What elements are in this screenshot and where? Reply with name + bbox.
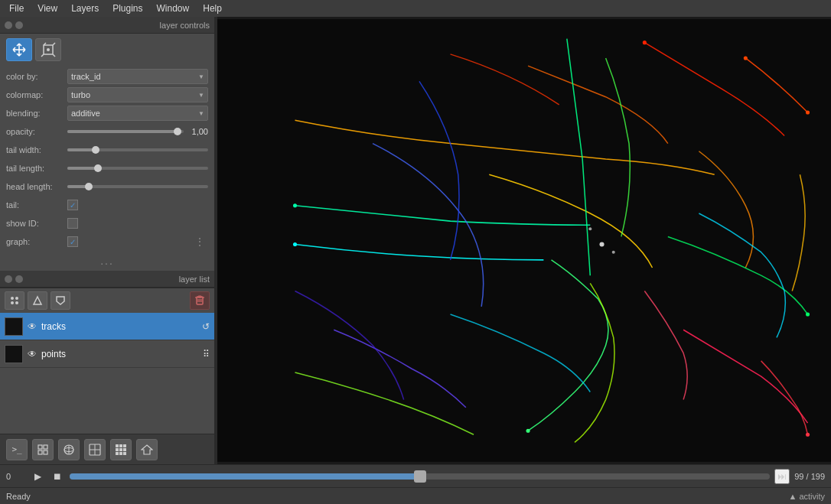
tail-label: tail: [6,200,67,210]
head-length-slider[interactable] [67,185,208,188]
new-points-btn[interactable] [5,291,24,310]
points-visibility-icon[interactable]: 👁 [28,349,37,359]
svg-marker-5 [34,297,41,304]
svg-point-3 [11,301,14,304]
layer-list-title: layer list [179,275,210,284]
transform-tool-btn[interactable] [35,38,61,61]
home-btn[interactable] [136,439,158,460]
console-btn[interactable]: >_ [6,439,28,460]
more-options-btn[interactable]: ⋮ [191,234,208,249]
tail-width-label: tail width: [6,145,67,154]
tail-checkbox-container [67,200,78,210]
points-thumbnail [5,345,23,363]
svg-rect-16 [44,450,47,454]
menu-file[interactable]: File [3,2,30,15]
svg-rect-28 [123,448,126,451]
tail-width-slider[interactable] [67,148,208,151]
timeline-progress [70,473,420,480]
blending-dropdown[interactable]: additive ▼ [67,106,208,121]
blending-row: blending: additive ▼ [6,106,208,121]
tail-length-slider-container [67,167,208,170]
canvas-area[interactable] [217,17,831,464]
delete-layer-btn[interactable] [190,291,210,310]
svg-point-0 [47,48,50,51]
colormap-value: turbo ▼ [67,87,208,102]
svg-rect-14 [44,445,47,449]
stop-button[interactable]: ⏹ [50,469,65,484]
graph-checkbox-container [67,236,78,247]
blending-label: blending: [6,109,67,118]
tracks-layer-name: tracks [41,321,197,332]
layer-controls-title: layer controls [160,21,210,30]
activity-button[interactable]: ▲ activity [788,492,825,501]
svg-point-42 [806,433,810,437]
svg-point-39 [806,110,810,114]
split-view-btn[interactable] [84,439,106,460]
tail-length-slider[interactable] [67,167,208,170]
pin2-icon [5,275,12,283]
tail-width-slider-container [67,148,208,151]
svg-rect-29 [116,452,119,455]
menu-window[interactable]: Window [151,2,196,15]
new-shapes-btn[interactable] [28,291,47,310]
menu-view[interactable]: View [31,2,64,15]
color-by-row: color by: track_id ▼ [6,69,208,84]
opacity-slider[interactable] [67,130,184,133]
svg-point-43 [806,312,810,316]
blending-value: additive ▼ [67,106,208,121]
colormap-dropdown[interactable]: turbo ▼ [67,87,208,102]
tail-checkbox[interactable] [67,200,78,210]
svg-rect-26 [116,448,119,451]
colormap-label: colormap: [6,90,67,99]
layer-list-header-left [5,275,23,283]
head-length-row: head length: [6,179,208,194]
grid-view-btn[interactable] [110,439,132,460]
controls-grid: color by: track_id ▼ colormap: turbo ▼ [0,66,214,255]
new-labels-btn[interactable] [51,291,70,310]
menu-layers[interactable]: Layers [65,2,105,15]
graph-checkbox[interactable] [67,236,78,247]
points-layer-name: points [41,349,198,359]
play-button[interactable]: ▶ [30,469,45,484]
color-by-dropdown[interactable]: track_id ▼ [67,69,208,84]
grid2-btn[interactable] [32,439,54,460]
opacity-row: opacity: 1,00 [6,124,208,139]
svg-point-40 [293,203,297,207]
svg-point-35 [588,227,591,230]
timeline-thumb[interactable] [414,470,426,483]
move-tool-btn[interactable] [6,38,32,61]
3d-view-btn[interactable] [58,439,80,460]
frame-counter: 99 / 199 [794,472,825,481]
timeline-track[interactable] [70,473,770,480]
layer-list-header: layer list [0,271,214,288]
svg-point-1 [11,297,14,300]
layer-item-tracks[interactable]: 👁 tracks ↺ [0,313,214,340]
pin-icon [5,21,12,29]
opacity-value: 1,00 [187,127,208,136]
svg-rect-23 [116,444,119,447]
playback-bar: 0 ▶ ⏹ ⏭ 99 / 199 [0,464,831,487]
show-id-checkbox[interactable] [67,218,78,229]
tail-length-row: tail length: [6,161,208,176]
menu-plugins[interactable]: Plugins [106,2,148,15]
chevron-down-icon: ▼ [198,110,204,117]
chevron-down-icon: ▼ [198,73,204,80]
menu-help[interactable]: Help [197,2,228,15]
layer-item-points[interactable]: 👁 points ⠿ [0,340,214,368]
color-by-label: color by: [6,72,67,81]
end-button[interactable]: ⏭ [774,469,790,484]
layer-list-toolbar [0,288,214,313]
tracks-visibility-icon[interactable]: 👁 [28,321,37,332]
status-text: Ready [6,492,31,501]
svg-point-38 [643,41,647,44]
control-toolbar [0,34,214,66]
settings-icon [15,21,23,29]
svg-point-36 [612,251,615,254]
show-id-checkbox-container [67,218,78,229]
svg-rect-31 [123,452,126,455]
svg-point-41 [293,242,297,246]
track-visualization [217,17,831,464]
svg-marker-6 [57,297,64,304]
tail-row: tail: [6,197,208,213]
colormap-row: colormap: turbo ▼ [6,87,208,102]
